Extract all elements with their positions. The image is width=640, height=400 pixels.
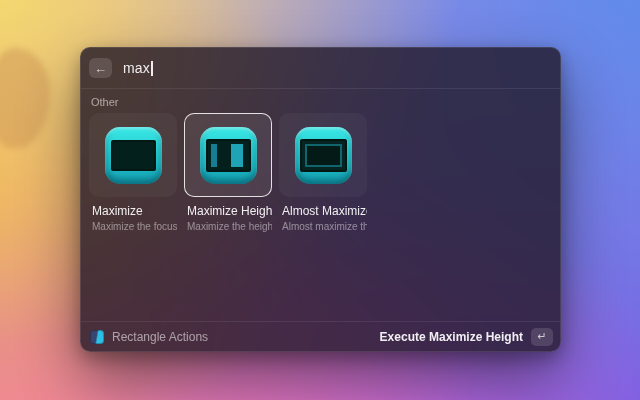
rectangle-app-icon [90,330,104,344]
execute-action-button[interactable]: Execute Maximize Height [380,330,523,344]
results-grid: Maximize Maximize the focuse... Maximize… [89,113,552,232]
grid-item-maximize[interactable]: Maximize Maximize the focuse... [89,113,177,232]
item-title: Maximize [92,204,177,218]
glyph-right-bar [231,144,243,167]
search-input[interactable]: max [123,60,153,76]
footer-app-name: Rectangle Actions [112,330,208,344]
back-arrow-icon: ← [94,62,107,75]
launcher-window: ← max Other Maximize Maximize the focuse… [80,47,561,352]
almost-maximize-glyph [300,139,347,172]
almost-maximize-icon [295,127,352,184]
grid-item-maximize-height[interactable]: Maximize Height Maximize the height... [184,113,272,232]
enter-key-icon: ↵ [537,331,546,342]
results-area: Other Maximize Maximize the focuse... [81,89,560,321]
item-title: Maximize Height [187,204,272,218]
search-bar: ← max [81,48,560,88]
item-description: Maximize the height... [187,221,272,232]
wallpaper-blob [0,48,50,148]
item-description: Almost maximize the... [282,221,367,232]
section-label: Other [91,96,552,108]
tile-maximize[interactable] [89,113,177,197]
maximize-icon [105,127,162,184]
item-description: Maximize the focuse... [92,221,177,232]
item-title: Almost Maximize [282,204,367,218]
text-caret [151,61,153,76]
grid-item-almost-maximize[interactable]: Almost Maximize Almost maximize the... [279,113,367,232]
tile-maximize-height-selected[interactable] [184,113,272,197]
footer-bar: Rectangle Actions Execute Maximize Heigh… [81,321,560,351]
back-button[interactable]: ← [89,58,112,78]
tile-almost-maximize[interactable] [279,113,367,197]
enter-key-badge[interactable]: ↵ [531,328,553,346]
maximize-height-icon [200,127,257,184]
search-query-text: max [123,60,150,76]
glyph-inner-frame [305,144,342,167]
glyph-left-bar [211,144,217,167]
maximize-glyph [111,140,156,171]
maximize-height-glyph [206,139,251,172]
